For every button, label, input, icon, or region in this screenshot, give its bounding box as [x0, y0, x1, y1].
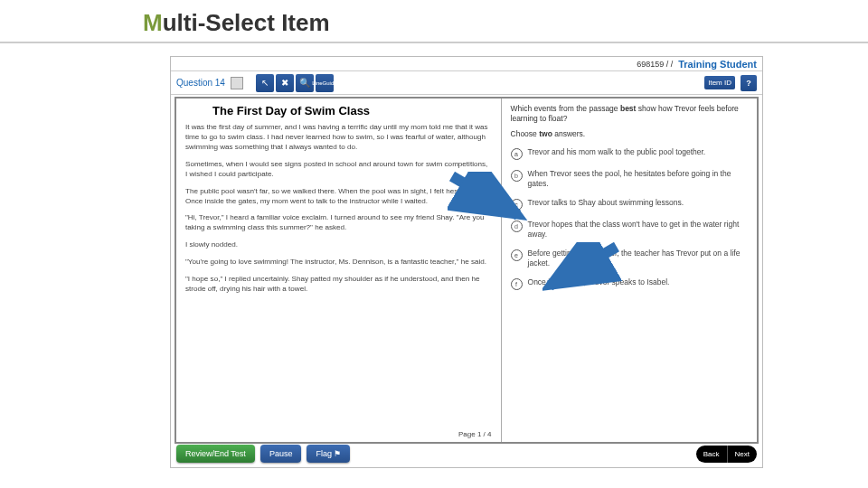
passage-paragraph: "You're going to love swimming! The inst… — [185, 258, 492, 267]
slide-title-rest: ulti-Select Item — [163, 9, 330, 36]
passage-paragraph: The public pool wasn't far, so we walked… — [185, 187, 492, 207]
magnify-icon: 🔍 — [299, 78, 310, 88]
page-indicator: Page 1 / 4 — [458, 430, 491, 438]
option-text: Once in the pool, Trevor speaks to Isabe… — [528, 277, 670, 287]
answer-option-e[interactable]: e Before getting in the water, the teach… — [511, 249, 748, 268]
help-icon: ? — [746, 79, 751, 88]
answer-option-d[interactable]: d Trevor hopes that the class won't have… — [511, 220, 748, 239]
option-text: Trevor and his mom walk to the public po… — [528, 147, 706, 157]
passage-paragraph: I slowly nodded. — [185, 240, 492, 250]
lineguide-label-2: Guide — [323, 80, 337, 86]
slide-divider — [0, 42, 868, 43]
passage-paragraph: "I hope so," I replied uncertainly. Shay… — [185, 275, 492, 295]
question-stem: Which events from the passage best show … — [511, 104, 748, 124]
option-text: When Trevor sees the pool, he hesitates … — [528, 169, 748, 189]
flag-button[interactable]: Flag ⚑ — [307, 445, 350, 463]
pointer-tool-button[interactable]: ↖ — [256, 74, 274, 92]
passage-paragraph: It was the first day of summer, and I wa… — [185, 123, 492, 153]
lineguide-label-1: Line — [312, 80, 322, 86]
option-bubble[interactable]: f — [511, 278, 523, 290]
slide-title-accent: M — [143, 9, 163, 36]
answer-option-f[interactable]: f Once in the pool, Trevor speaks to Isa… — [511, 277, 748, 290]
review-end-test-button[interactable]: Review/End Test — [176, 445, 255, 463]
option-bubble[interactable]: a — [511, 148, 523, 160]
option-text: Trevor hopes that the class won't have t… — [528, 220, 748, 239]
line-guide-tool-button[interactable]: Line Guide — [316, 74, 334, 92]
question-number-label: Question 14 — [176, 78, 225, 88]
help-button[interactable]: ? — [741, 75, 757, 91]
slide-title: Multi-Select Item — [143, 9, 330, 37]
tool-group: ↖ ✖ 🔍 Line Guide — [256, 74, 334, 92]
pause-button[interactable]: Pause — [260, 445, 302, 463]
option-bubble[interactable]: e — [511, 249, 523, 261]
passage-paragraph: Sometimes, when I would see signs posted… — [185, 160, 492, 180]
option-text: Before getting in the water, the teacher… — [528, 249, 748, 268]
flag-icon: ⚑ — [334, 449, 341, 458]
assessment-app: 698159 / / Training Student Question 14 … — [170, 56, 763, 468]
flag-toggle[interactable] — [231, 77, 243, 89]
answer-option-c[interactable]: c Trevor talks to Shay about swimming le… — [511, 198, 748, 211]
toolbar: Question 14 ↖ ✖ 🔍 Line Guide Item ID ? — [171, 71, 762, 95]
strike-icon: ✖ — [281, 78, 288, 88]
passage-panel: The First Day of Swim Class It was the f… — [176, 99, 502, 442]
passage-paragraph: "Hi, Trevor," I heard a familiar voice e… — [185, 213, 492, 233]
passage-title: The First Day of Swim Class — [185, 104, 492, 117]
content-area: The First Day of Swim Class It was the f… — [175, 97, 759, 444]
next-button[interactable]: Next — [727, 446, 757, 463]
app-header: 698159 / / Training Student — [171, 57, 762, 71]
option-text: Trevor talks to Shay about swimming less… — [528, 198, 684, 208]
option-bubble[interactable]: d — [511, 221, 523, 232]
nav-buttons: Back Next — [696, 446, 757, 463]
question-panel: Which events from the passage best show … — [502, 99, 757, 442]
question-instruction: Choose two answers. — [511, 129, 748, 138]
option-bubble[interactable]: b — [511, 170, 523, 182]
training-student-label: Training Student — [678, 59, 757, 70]
student-id: 698159 / / — [637, 60, 673, 69]
answer-option-a[interactable]: a Trevor and his mom walk to the public … — [511, 147, 748, 160]
answer-option-b[interactable]: b When Trevor sees the pool, he hesitate… — [511, 169, 748, 189]
pointer-icon: ↖ — [261, 78, 269, 88]
option-bubble[interactable]: c — [511, 199, 523, 211]
back-button[interactable]: Back — [696, 446, 727, 463]
footer-bar: Review/End Test Pause Flag ⚑ Back Next — [171, 442, 762, 465]
item-id-button[interactable]: Item ID — [704, 76, 735, 89]
strikethrough-tool-button[interactable]: ✖ — [276, 74, 294, 92]
magnifier-tool-button[interactable]: 🔍 — [296, 74, 314, 92]
